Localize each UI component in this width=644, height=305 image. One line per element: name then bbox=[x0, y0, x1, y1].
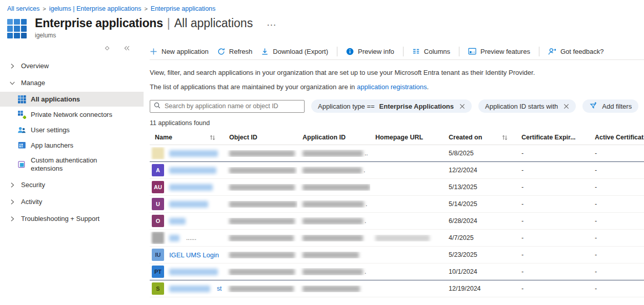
diamond-icon[interactable] bbox=[104, 45, 110, 51]
search-icon bbox=[154, 102, 160, 110]
application-id-cell: . bbox=[297, 217, 370, 225]
new-application-button[interactable]: New application bbox=[150, 48, 209, 55]
sidebar-item-user-settings[interactable]: User settings bbox=[0, 123, 144, 137]
sidebar-item-label: User settings bbox=[31, 126, 70, 134]
filter-pill-text: Application ID starts with bbox=[485, 103, 558, 110]
sidebar-group-security[interactable]: Security bbox=[0, 176, 144, 193]
filter-pill[interactable]: Application ID starts with bbox=[478, 99, 576, 113]
redacted-text bbox=[229, 269, 295, 275]
created-on-value: 5/23/2025 bbox=[449, 251, 477, 258]
name-tail-text: st bbox=[217, 285, 222, 292]
application-id-cell bbox=[297, 286, 370, 292]
active-certificate-value: - bbox=[595, 285, 597, 292]
feedback-icon bbox=[548, 48, 556, 55]
column-header-active-certificat-[interactable]: Active Certificat... bbox=[590, 134, 644, 141]
more-options-icon[interactable]: ··· bbox=[267, 21, 277, 29]
preview-info-button[interactable]: Preview info bbox=[346, 48, 394, 55]
info-icon bbox=[346, 48, 354, 55]
sidebar-item-custom-authentication-extensions[interactable]: Custom authentication extensions bbox=[0, 153, 144, 176]
app-launchers-icon bbox=[17, 141, 26, 150]
name-cell: U bbox=[150, 198, 224, 210]
breadcrumb-link[interactable]: All services bbox=[7, 5, 39, 12]
certificate-expiring-value: - bbox=[521, 184, 524, 191]
sidebar: OverviewManageAll applicationsPrivate Ne… bbox=[0, 43, 144, 297]
sidebar-controls bbox=[0, 43, 144, 57]
name-cell bbox=[150, 147, 224, 159]
application-id-cell: . bbox=[297, 268, 370, 275]
redacted-text bbox=[169, 269, 218, 275]
search-input[interactable] bbox=[164, 102, 300, 110]
application-id-cell bbox=[297, 252, 370, 258]
object-id-cell bbox=[224, 235, 297, 241]
created-on-cell: 10/1/2024 bbox=[444, 268, 516, 275]
remove-filter-button[interactable] bbox=[564, 104, 569, 109]
created-on-value: 5/13/2025 bbox=[449, 184, 477, 191]
got-feedback--button[interactable]: Got feedback? bbox=[548, 48, 604, 55]
application-name-link[interactable]: IGEL UMS Login bbox=[169, 251, 219, 259]
user-settings-icon bbox=[17, 126, 26, 134]
add-filters-button[interactable]: Add filters bbox=[582, 99, 638, 113]
filter-pill-text: Application type == bbox=[318, 103, 375, 110]
table-row[interactable]: IUIGEL UMS Login5/23/2025-- bbox=[150, 247, 644, 263]
sidebar-group-overview[interactable]: Overview bbox=[0, 57, 144, 74]
active-certificate-cell: - bbox=[590, 200, 644, 208]
collapse-icon[interactable] bbox=[124, 45, 130, 51]
grid-icon bbox=[18, 95, 26, 104]
certificate-expiring-cell: - bbox=[516, 150, 590, 157]
breadcrumb-link[interactable]: Enterprise applications bbox=[151, 5, 215, 12]
certificate-expiring-value: - bbox=[521, 217, 524, 225]
filter-pill[interactable]: Application type ==Enterprise Applicatio… bbox=[311, 99, 472, 113]
certificate-expiring-cell: - bbox=[516, 268, 590, 275]
object-id-cell bbox=[224, 286, 297, 292]
preview-features-button[interactable]: Preview features bbox=[468, 48, 530, 55]
table-row[interactable]: Sst12/19/2024-- bbox=[150, 280, 644, 297]
close-icon bbox=[459, 104, 465, 109]
table-row[interactable]: ......4/7/2025-- bbox=[150, 230, 644, 247]
toolbar-button-label: New application bbox=[162, 48, 209, 55]
toolbar-divider bbox=[539, 47, 539, 56]
description-line2-suffix: . bbox=[427, 83, 429, 91]
sidebar-item-label: App launchers bbox=[31, 141, 73, 150]
table-row[interactable]: AU5/13/2025-- bbox=[150, 179, 644, 196]
remove-filter-button[interactable] bbox=[459, 104, 465, 109]
chevron-right-icon bbox=[9, 216, 15, 222]
redacted-text bbox=[303, 252, 359, 258]
column-header-homepage-url[interactable]: Homepage URL bbox=[370, 134, 444, 141]
column-header-certificate-expir-[interactable]: Certificate Expir... bbox=[516, 134, 590, 141]
breadcrumb-link[interactable]: igelums | Enterprise applications bbox=[49, 5, 142, 12]
table-row[interactable]: A.12/2/2024-- bbox=[150, 162, 644, 179]
redacted-text bbox=[229, 167, 296, 174]
column-header-name[interactable]: Name bbox=[150, 134, 224, 141]
name-cell: A bbox=[150, 164, 224, 176]
sidebar-item-all-applications[interactable]: All applications bbox=[0, 92, 144, 107]
application-id-cell: .. bbox=[297, 150, 370, 157]
table-row[interactable]: O.6/28/2024-- bbox=[150, 213, 644, 230]
column-header-object-id[interactable]: Object ID bbox=[224, 134, 297, 141]
sidebar-item-private-network-connectors[interactable]: Private Network connectors bbox=[0, 107, 144, 122]
search-box[interactable] bbox=[150, 100, 305, 113]
created-on-cell: 5/8/2025 bbox=[444, 150, 516, 157]
app-icon-cell bbox=[21, 26, 27, 31]
refresh-button[interactable]: Refresh bbox=[217, 48, 253, 55]
sidebar-group-manage[interactable]: Manage bbox=[0, 74, 144, 91]
private-network-icon bbox=[18, 111, 26, 119]
created-on-value: 4/7/2025 bbox=[449, 234, 474, 241]
sidebar-item-app-launchers[interactable]: App launchers bbox=[0, 138, 144, 153]
download-export--button[interactable]: Download (Export) bbox=[261, 48, 328, 55]
application-registrations-link[interactable]: application registrations bbox=[357, 83, 427, 91]
download-icon bbox=[261, 48, 269, 55]
app-icon-cell bbox=[14, 33, 19, 38]
column-header-created-on[interactable]: Created on bbox=[444, 134, 516, 141]
sidebar-group-troubleshooting-support[interactable]: Troubleshooting + Support bbox=[0, 210, 144, 227]
column-header-application-id[interactable]: Application ID bbox=[297, 134, 370, 141]
active-certificate-cell: - bbox=[590, 150, 644, 157]
columns-button[interactable]: Columns bbox=[412, 48, 450, 55]
column-header-label: Certificate Expir... bbox=[521, 134, 576, 141]
table-row[interactable]: PT.10/1/2024-- bbox=[150, 263, 644, 280]
sidebar-group-activity[interactable]: Activity bbox=[0, 193, 144, 210]
table-row[interactable]: U.5/14/2025-- bbox=[150, 196, 644, 213]
application-id-cell bbox=[297, 235, 370, 241]
app-icon-cell bbox=[14, 26, 19, 31]
table-row[interactable]: ..5/8/2025-- bbox=[150, 145, 644, 162]
description: View, filter, and search applications in… bbox=[150, 69, 644, 91]
